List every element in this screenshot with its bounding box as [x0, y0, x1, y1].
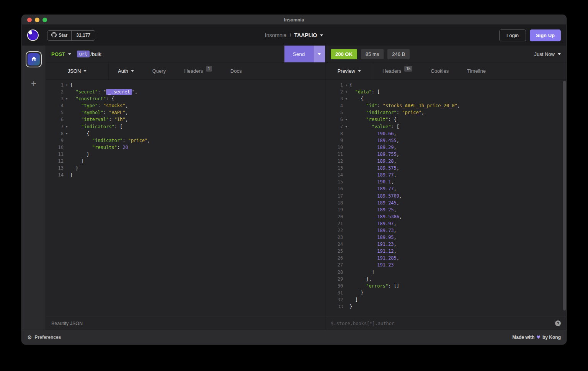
response-preview[interactable]: 1▾{2▾ "data": [3▾ {4 "id": "stocks_AAPL_…: [325, 80, 566, 317]
line-number: 11: [46, 151, 64, 158]
code-text: "type": "stocks",: [70, 102, 128, 109]
request-body-editor[interactable]: 1▾{2 "secret": "_.secret",3▾ "construct"…: [46, 80, 325, 317]
gear-icon: ⚙: [27, 334, 32, 340]
code-text: 189.97,: [350, 220, 397, 227]
fold-gutter: [343, 296, 350, 303]
tab-request-docs[interactable]: Docs: [221, 63, 251, 79]
code-text: 189.73,: [350, 227, 397, 234]
code-line: 10 "results": 20: [46, 144, 325, 151]
line-number: 19: [325, 206, 343, 213]
fold-gutter: [343, 227, 350, 234]
response-filter-input[interactable]: $.store.books[*].author: [331, 321, 394, 326]
fold-gutter: [343, 199, 350, 206]
fold-arrow-icon[interactable]: ▾: [343, 123, 350, 130]
fold-arrow-icon[interactable]: ▾: [343, 88, 350, 95]
code-line: 23 189.95,: [325, 234, 566, 241]
insomnia-window: Insomnia Star 31,177 Insomnia / TAAPI.IO…: [21, 15, 567, 345]
tab-request-json[interactable]: JSON: [46, 63, 109, 79]
code-text: 190.1,: [350, 178, 394, 185]
code-text: 189.5386,: [350, 213, 402, 220]
fold-gutter: [64, 116, 70, 123]
code-line: 6 "interval": "1h",: [46, 116, 325, 123]
fold-gutter: [343, 283, 350, 289]
code-line: 28 ]: [325, 269, 566, 276]
line-number: 2: [325, 88, 343, 95]
fold-arrow-icon[interactable]: ▾: [343, 95, 350, 102]
line-number: 17: [325, 193, 343, 199]
help-icon[interactable]: ?: [555, 320, 561, 326]
fold-gutter: [343, 206, 350, 213]
code-line: 8 190.66,: [325, 130, 566, 137]
chevron-down-icon: [558, 53, 561, 55]
breadcrumb: Insomnia / TAAPI.IO: [22, 32, 566, 38]
fold-gutter: [343, 137, 350, 144]
tab-request-auth[interactable]: Auth: [109, 63, 143, 79]
line-number: 18: [325, 199, 343, 206]
url-variable-tag[interactable]: url: [77, 51, 90, 57]
code-text: "result": {: [350, 116, 397, 123]
github-icon: [51, 32, 57, 39]
line-number: 3: [325, 95, 343, 102]
response-filter-bar: $.store.books[*].author ?: [325, 317, 566, 330]
signup-button[interactable]: Sign Up: [530, 29, 561, 41]
fold-gutter: [64, 88, 70, 95]
scrollbar-thumb[interactable]: [563, 81, 566, 311]
code-text: ]: [350, 269, 374, 276]
code-text: 189.95,: [350, 234, 397, 241]
beautify-json-button[interactable]: Beautify JSON: [51, 321, 83, 326]
fold-arrow-icon[interactable]: ▾: [343, 116, 350, 123]
fold-gutter: [343, 213, 350, 220]
fold-arrow-icon[interactable]: ▾: [64, 123, 70, 130]
line-number: 13: [325, 165, 343, 172]
line-number: 24: [325, 241, 343, 248]
code-line: 21 189.97,: [325, 220, 566, 227]
fold-arrow-icon[interactable]: ▾: [343, 82, 350, 88]
request-tabs: JSONAuthQueryHeaders1Docs: [46, 63, 325, 80]
url-input[interactable]: url /bulk: [77, 51, 284, 57]
breadcrumb-current-workspace[interactable]: TAAPI.IO: [294, 32, 317, 38]
tab-response-headers[interactable]: Headers15: [373, 63, 421, 79]
line-number: 22: [325, 227, 343, 234]
code-text: 189.245,: [350, 199, 399, 206]
code-text: 191.23: [350, 261, 394, 268]
star-label: Star: [59, 33, 67, 38]
chevron-down-icon[interactable]: [320, 34, 323, 36]
response-history-dropdown[interactable]: Just Now: [534, 51, 561, 57]
tab-response-timeline[interactable]: Timeline: [458, 63, 495, 79]
auth-buttons: Login Sign Up: [499, 29, 561, 41]
tab-label: Auth: [118, 68, 128, 74]
code-text: 189.25,: [350, 206, 397, 213]
chevron-down-icon: [358, 70, 361, 72]
line-number: 8: [325, 130, 343, 137]
titlebar: Insomnia: [22, 15, 566, 25]
code-line: 9 "indicator": "price",: [46, 137, 325, 144]
code-text: 189.77,: [350, 185, 397, 192]
breadcrumb-workspace-home[interactable]: Insomnia: [265, 32, 287, 38]
tab-request-query[interactable]: Query: [143, 63, 175, 79]
github-star-button[interactable]: Star 31,177: [47, 30, 95, 41]
main-area: + POST url /bulk Send JSONAuthQueryHeade…: [22, 46, 566, 330]
preferences-button[interactable]: ⚙ Preferences: [27, 334, 61, 340]
login-button[interactable]: Login: [499, 29, 526, 41]
line-number: 7: [325, 123, 343, 130]
tab-response-cookies[interactable]: Cookies: [421, 63, 458, 79]
fold-arrow-icon[interactable]: ▾: [64, 130, 70, 137]
tab-response-preview[interactable]: Preview: [325, 63, 373, 79]
fold-gutter: [64, 137, 70, 144]
line-number: 10: [46, 144, 64, 151]
response-tabs: PreviewHeaders15CookiesTimeline: [325, 63, 566, 80]
home-button[interactable]: [26, 51, 42, 67]
add-workspace-button[interactable]: +: [31, 79, 36, 88]
fold-arrow-icon[interactable]: ▾: [64, 95, 70, 102]
tab-request-headers[interactable]: Headers1: [175, 63, 221, 79]
fold-arrow-icon[interactable]: ▾: [64, 82, 70, 88]
fold-gutter: [343, 255, 350, 261]
code-line: 12 ]: [46, 158, 325, 165]
line-number: 14: [325, 172, 343, 178]
code-text: "construct": {: [70, 95, 114, 102]
method-dropdown[interactable]: POST: [51, 51, 71, 57]
send-button[interactable]: Send: [284, 46, 313, 62]
send-options-button[interactable]: [313, 46, 325, 62]
fold-gutter: [343, 178, 350, 185]
code-text: "errors": []: [350, 283, 399, 289]
